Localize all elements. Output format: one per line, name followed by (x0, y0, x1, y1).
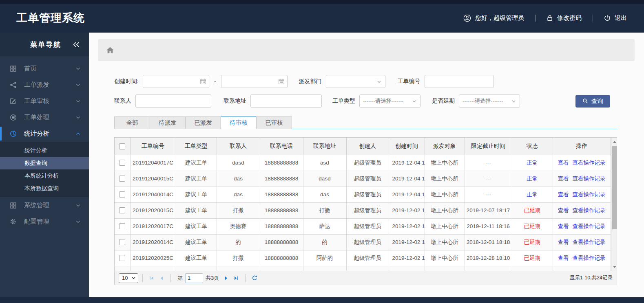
tab-全部[interactable]: 全部 (114, 116, 150, 129)
dispatch-dept-label: 派发部门 (299, 78, 322, 85)
view-log-link[interactable]: 查看操作记录 (573, 223, 606, 229)
page-number-input[interactable] (185, 273, 203, 283)
cell-contact: 打撒 (217, 250, 260, 266)
cell-address: das (303, 187, 346, 202)
sidebar-subitem-data-query[interactable]: 数据查询 (0, 157, 89, 169)
chevron-down-icon (412, 99, 417, 104)
view-link[interactable]: 查看 (558, 160, 569, 166)
delay-select[interactable]: -------请选择------- (459, 94, 520, 108)
select-all-cell (115, 138, 130, 155)
sidebar-header: 菜单导航 (0, 33, 89, 56)
contact-input[interactable] (135, 94, 211, 108)
cell-deadline: --- (465, 171, 512, 187)
address-input[interactable] (250, 94, 322, 108)
cell-contact: 打撒 (217, 202, 260, 218)
select-all-checkbox[interactable] (119, 143, 125, 149)
logout-button[interactable]: 退出 (604, 14, 627, 22)
refresh-button[interactable] (250, 273, 259, 283)
cell-actions: 查看查看操作记录 (553, 187, 611, 202)
order-no-input[interactable] (425, 75, 494, 88)
scroll-down-button[interactable] (611, 263, 617, 270)
view-log-link[interactable]: 查看操作记录 (573, 160, 606, 166)
logout-label: 退出 (615, 14, 627, 22)
column-header: 派发对象 (425, 138, 465, 155)
page-size-select[interactable]: 10 (119, 273, 138, 283)
cell-creator: 超级管理员 (346, 218, 389, 234)
prev-page-button[interactable] (157, 273, 166, 283)
calendar-icon[interactable] (200, 78, 206, 85)
row-checkbox[interactable] (119, 207, 125, 213)
change-password-button[interactable]: 修改密码 (547, 14, 582, 22)
sidebar-item-order-process[interactable]: 工单处理 (0, 109, 89, 125)
row-checkbox[interactable] (119, 255, 125, 261)
row-checkbox[interactable] (119, 239, 125, 245)
home-icon[interactable] (106, 46, 114, 54)
active-indicator (0, 127, 2, 141)
main-content: 创建时间: - 派发部门 (89, 33, 644, 297)
sidebar-subitem-branch-data-query[interactable]: 本所数据查询 (0, 182, 89, 195)
status-text: 已延期 (524, 223, 541, 229)
search-button[interactable]: 查询 (575, 95, 610, 108)
row-checkbox[interactable] (119, 160, 125, 166)
cell-contact: das (217, 187, 260, 202)
dispatch-dept-select[interactable] (326, 75, 385, 88)
row-checkbox[interactable] (119, 191, 125, 198)
calendar-icon[interactable] (278, 78, 285, 85)
tab-已审核[interactable]: 已审核 (256, 116, 292, 129)
status-text: 正常 (527, 160, 538, 166)
order-no-label: 工单编号 (398, 78, 420, 85)
view-link[interactable]: 查看 (558, 223, 569, 229)
table-row: 201912040017C建议工单dasd18888888888asd超级管理员… (115, 155, 611, 171)
view-link[interactable]: 查看 (558, 255, 569, 261)
view-log-link[interactable]: 查看操作记录 (573, 255, 606, 261)
vertical-scrollbar[interactable] (611, 138, 617, 271)
last-page-button[interactable] (231, 273, 241, 283)
sidebar-title: 菜单导航 (30, 40, 61, 49)
scrollbar-thumb[interactable] (612, 146, 617, 229)
divider (593, 15, 593, 22)
cell-order-no: 201912040017C (130, 155, 176, 171)
topbar: 工单管理系统 您好，超级管理员 修改密码 退出 (0, 0, 644, 33)
create-time-end (221, 75, 288, 88)
view-log-link[interactable]: 查看操作记录 (573, 176, 606, 182)
view-log-link[interactable]: 查看操作记录 (573, 191, 606, 198)
cell-dispatch-target: 墩上中心所 (425, 187, 465, 202)
view-log-link[interactable]: 查看操作记录 (573, 239, 606, 245)
active-indicator (0, 215, 2, 228)
view-link[interactable]: 查看 (558, 176, 569, 182)
first-page-button[interactable] (147, 273, 157, 283)
sidebar-item-system-manage[interactable]: 系统管理 (0, 197, 89, 213)
cell-actions: 查看查看操作记录 (553, 171, 611, 187)
sidebar-item-order-dispatch[interactable]: 工单派发 (0, 77, 89, 93)
tab-已派发[interactable]: 已派发 (185, 116, 221, 129)
order-type-value: -------请选择------- (363, 97, 404, 105)
create-time-end-input[interactable] (221, 75, 288, 88)
sidebar-subitem-branch-stats-analysis[interactable]: 本所统计分析 (0, 169, 89, 182)
sidebar-item-config-manage[interactable]: 配置管理 (0, 213, 89, 230)
tab-待派发[interactable]: 待派发 (150, 116, 186, 129)
cell-deadline: --- (465, 187, 512, 202)
row-checkbox[interactable] (119, 223, 125, 229)
sidebar-item-order-audit[interactable]: 工单审核 (0, 93, 89, 109)
row-checkbox-cell (115, 155, 130, 171)
row-checkbox[interactable] (119, 176, 125, 182)
edit-icon (10, 97, 19, 105)
sidebar-menu: 首页工单派发工单审核工单处理统计分析统计分析数据查询本所统计分析本所数据查询系统… (0, 56, 89, 230)
cell-creator: 超级管理员 (346, 234, 389, 250)
grid-icon (10, 65, 19, 72)
sidebar-collapse-button[interactable] (73, 42, 80, 48)
next-page-button[interactable] (221, 273, 231, 283)
create-time-start-input[interactable] (143, 75, 209, 88)
chevron-down-icon (75, 203, 81, 208)
order-type-select[interactable]: -------请选择------- (359, 94, 420, 108)
scroll-up-button[interactable] (611, 138, 617, 145)
chevron-down-icon (75, 66, 81, 71)
sidebar-item-stats-analysis[interactable]: 统计分析 (0, 125, 89, 142)
view-link[interactable]: 查看 (558, 191, 569, 198)
tab-待审核[interactable]: 待审核 (221, 116, 257, 129)
sidebar-subitem-stats-analysis-sub[interactable]: 统计分析 (0, 144, 89, 157)
sidebar-item-home[interactable]: 首页 (0, 60, 89, 77)
view-link[interactable]: 查看 (558, 207, 569, 213)
view-link[interactable]: 查看 (558, 239, 569, 245)
view-log-link[interactable]: 查看操作记录 (573, 207, 606, 213)
